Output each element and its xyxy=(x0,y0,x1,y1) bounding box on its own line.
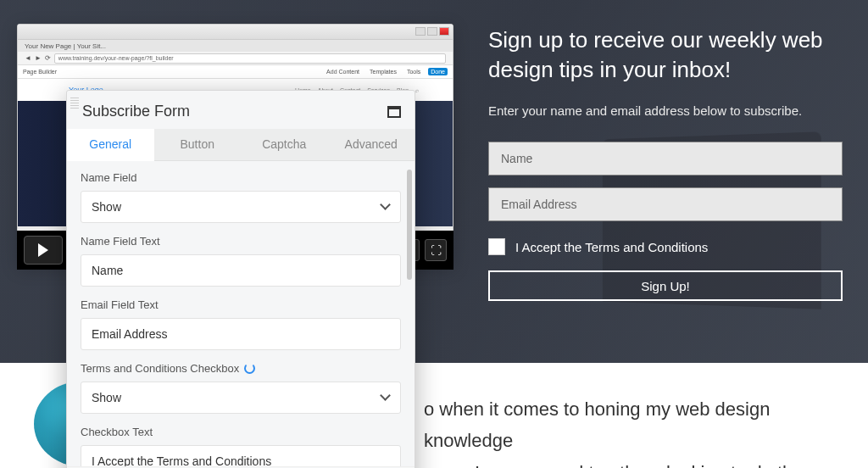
browser-tab[interactable]: Your New Page | Your Sit... xyxy=(18,40,453,52)
terms-row: I Accept the Terms and Conditions xyxy=(488,238,843,255)
search-icon[interactable]: ⌕ xyxy=(415,87,419,93)
input-email-text[interactable]: Email Address xyxy=(81,318,401,350)
label-email-text: Email Field Text xyxy=(81,298,401,311)
tab-button[interactable]: Button xyxy=(154,129,242,160)
loading-spinner-icon xyxy=(244,363,255,374)
field-name-field: Name Field Show xyxy=(81,171,401,223)
play-button[interactable] xyxy=(24,236,63,265)
label-name-field: Name Field xyxy=(81,171,401,184)
scrollbar[interactable] xyxy=(407,170,412,280)
name-input[interactable] xyxy=(488,142,843,176)
tab-captcha[interactable]: Captcha xyxy=(241,129,328,160)
terms-checkbox[interactable] xyxy=(488,238,505,255)
fullscreen-icon[interactable]: ⛶ xyxy=(425,239,447,261)
chevron-down-icon xyxy=(381,203,390,211)
select-terms-checkbox[interactable]: Show xyxy=(81,382,401,414)
testimonial-text: o when it comes to honing my web design … xyxy=(424,393,834,468)
drag-handle-icon[interactable] xyxy=(70,98,79,109)
panel-body: Name Field Show Name Field Text Name Ema… xyxy=(67,161,415,466)
window-mode-icon[interactable] xyxy=(387,106,401,118)
field-checkbox-text: Checkbox Text I Accept the Terms and Con… xyxy=(81,426,401,466)
hero-heading: Sign up to receive our weekly web design… xyxy=(488,25,843,85)
hero-subtext: Enter your name and email address below … xyxy=(488,103,843,118)
page-builder-label: Page Builder xyxy=(23,69,57,75)
field-email-text: Email Field Text Email Address xyxy=(81,298,401,350)
signup-panel: Sign up to receive our weekly web design… xyxy=(488,25,843,301)
panel-header: Subscribe Form xyxy=(67,91,415,129)
terms-label: I Accept the Terms and Conditions xyxy=(515,240,708,254)
label-checkbox-text: Checkbox Text xyxy=(81,426,401,438)
window-controls[interactable] xyxy=(415,27,449,36)
field-name-text: Name Field Text Name xyxy=(81,235,401,287)
tools-button[interactable]: Tools xyxy=(404,68,423,75)
chevron-down-icon xyxy=(381,393,390,402)
back-icon[interactable]: ◄ xyxy=(25,54,31,62)
input-name-text[interactable]: Name xyxy=(81,254,401,287)
templates-button[interactable]: Templates xyxy=(367,68,399,75)
tab-advanced[interactable]: Advanced xyxy=(328,129,415,160)
panel-title: Subscribe Form xyxy=(82,103,190,120)
field-terms-checkbox: Terms and Conditions Checkbox Show xyxy=(81,362,401,414)
add-content-button[interactable]: Add Content xyxy=(324,68,362,75)
reload-icon[interactable]: ⟳ xyxy=(45,54,51,62)
email-input[interactable] xyxy=(488,187,843,221)
page-builder-bar: Page Builder Add Content Templates Tools… xyxy=(18,65,453,79)
settings-panel: Subscribe Form General Button Captcha Ad… xyxy=(66,90,415,468)
address-bar-row: ◄ ► ⟳ www.training.dev/your-new-page/?fl… xyxy=(18,52,453,65)
tab-general[interactable]: General xyxy=(67,129,154,161)
done-button[interactable]: Done xyxy=(428,68,448,75)
panel-tabs: General Button Captcha Advanced xyxy=(67,129,415,161)
select-name-field[interactable]: Show xyxy=(81,191,401,223)
address-bar[interactable]: www.training.dev/your-new-page/?fl_build… xyxy=(54,53,446,64)
input-checkbox-text[interactable]: I Accept the Terms and Conditions xyxy=(81,445,401,466)
window-titlebar xyxy=(18,25,453,40)
signup-button[interactable]: Sign Up! xyxy=(488,270,843,301)
forward-icon[interactable]: ► xyxy=(35,54,42,62)
label-terms-checkbox: Terms and Conditions Checkbox xyxy=(81,362,401,375)
label-name-text: Name Field Text xyxy=(81,235,401,248)
